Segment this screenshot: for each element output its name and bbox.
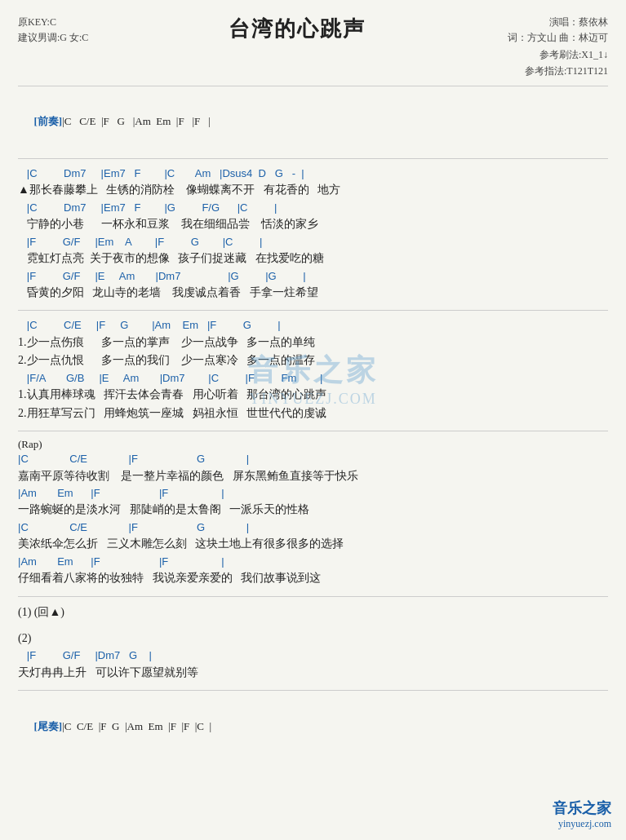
section-divider2 (18, 310, 608, 311)
outro-chords: |C C/E |F G |Am Em |F |F |C | (62, 720, 211, 732)
page: 原KEY:C 建议男调:G 女:C 台湾的心跳声 演唱：蔡依林 词：方文山 曲：… (0, 0, 626, 840)
verse1-lyric2: 宁静的小巷 一杯永和豆浆 我在细细品尝 恬淡的家乡 (18, 215, 608, 233)
prelude-chords: |C C/E |F G |Am Em |F |F | (62, 115, 210, 127)
section-divider4 (18, 596, 608, 597)
strumming-info: 参考刷法:X1_1↓ 参考指法:T121T121 (477, 47, 608, 78)
back-ref-section: (1) (回▲) (18, 603, 608, 621)
verse1-chord3: |F G/F |Em A |F G |C | (18, 234, 608, 250)
outro-label: [尾奏] (34, 720, 63, 732)
bottom-logo: 音乐之家 yinyuezj.com (553, 798, 611, 830)
section-divider5 (18, 690, 608, 691)
verse1-section: |C Dm7 |Em7 F |C Am |Dsus4 D G - | ▲那长春藤… (18, 166, 608, 303)
outro-line: [尾奏]|C C/E |F G |Am Em |F |F |C | (18, 697, 608, 754)
section-divider1 (18, 158, 608, 159)
outro-section: [尾奏]|C C/E |F G |Am Em |F |F |C | (18, 697, 608, 754)
rap-lyric2: 一路蜿蜒的是淡水河 那陡峭的是太鲁阁 一派乐天的性格 (18, 501, 608, 519)
verse1-chord2: |C Dm7 |Em7 F |G F/G |C | (18, 200, 608, 216)
song-title: 台湾的心跳声 (116, 15, 477, 43)
chorus-lyric2-2: 2.用狂草写云门 用蜂炮筑一座城 妈祖永恒 世世代代的虔诚 (18, 405, 608, 422)
section2: (2) |F G/F |Dm7 G | 天灯冉冉上升 可以许下愿望就别等 (18, 630, 608, 682)
header-divider (18, 86, 608, 86)
singer-info: 演唱：蔡依林 词：方文山 曲：林迈可 (477, 15, 608, 46)
bottom-logo-sub: yinyuezj.com (553, 818, 611, 830)
chorus-lyric1-1: 1.少一点伤痕 多一点的掌声 少一点战争 多一点的单纯 (18, 334, 608, 351)
verse1-lyric3: 霓虹灯点亮 关于夜市的想像 孩子们捉迷藏 在找爱吃的糖 (18, 250, 608, 267)
section2-chord: |F G/F |Dm7 G | (18, 648, 608, 664)
bottom-logo-text: 音乐之家 (553, 798, 611, 818)
rap-lyric4: 仔细看着八家将的妆独特 我说亲爱亲爱的 我们故事说到这 (18, 569, 608, 587)
section-divider3 (18, 431, 608, 431)
verse1-lyric1: ▲那长春藤攀上 生锈的消防栓 像蝴蝶离不开 有花香的 地方 (18, 181, 608, 199)
singer-label: 演唱：蔡依林 (477, 15, 608, 30)
prelude-label: [前奏] (34, 115, 63, 127)
verse1-chord1: |C Dm7 |Em7 F |C Am |Dsus4 D G - | (18, 166, 608, 182)
back-ref: (1) (回▲) (18, 603, 608, 621)
chorus-lyric2-1: 1.认真用棒球魂 挥汗去体会青春 用心听着 那台湾的心跳声 (18, 386, 608, 404)
chorus-chord1: |C C/E |F G |Am Em |F G | (18, 317, 608, 334)
rap-lyric3: 美浓纸伞怎么折 三义木雕怎么刻 这块土地上有很多很多的选择 (18, 535, 608, 553)
rap-chord1: |C C/E |F G | (18, 451, 608, 467)
section2-lyric: 天灯冉冉上升 可以许下愿望就别等 (18, 664, 608, 682)
rap-section: (Rap) |C C/E |F G | 嘉南平原等待收割 是一整片幸福的颜色 屏… (18, 438, 608, 588)
rap-lyric1: 嘉南平原等待收割 是一整片幸福的颜色 屏东黑鲔鱼直接等于快乐 (18, 467, 608, 485)
prelude-section: [前奏]|C C/E |F G |Am Em |F |F | (18, 93, 608, 150)
chorus-lyric1-2: 2.少一点仇恨 多一点的我们 少一点寒冷 多一点的温存 (18, 351, 608, 369)
verse1-lyric4: 昏黄的夕阳 龙山寺的老墙 我虔诚点着香 手拿一炷希望 (18, 284, 608, 302)
rap-chord2: |Am Em |F |F | (18, 485, 608, 502)
chorus-chord2: |F/A G/B |E Am |Dm7 |C |F Fm | (18, 370, 608, 387)
rap-chord3: |C C/E |F G | (18, 519, 608, 536)
header-area: 原KEY:C 建议男调:G 女:C 台湾的心跳声 演唱：蔡依林 词：方文山 曲：… (18, 15, 608, 79)
lyricist-label: 词：方文山 曲：林迈可 (477, 30, 608, 46)
title-area: 台湾的心跳声 (116, 15, 477, 43)
rap-label: (Rap) (18, 438, 608, 451)
verse1-chord4: |F G/F |E Am |Dm7 |G |G | (18, 268, 608, 285)
prelude-line: [前奏]|C C/E |F G |Am Em |F |F | (18, 93, 608, 150)
key-info: 原KEY:C 建议男调:G 女:C (18, 15, 116, 46)
chorus-section: |C C/E |F G |Am Em |F G | 1.少一点伤痕 多一点的掌声… (18, 317, 608, 422)
rap-chord4: |Am Em |F |F | (18, 554, 608, 570)
section2-label: (2) (18, 630, 608, 648)
